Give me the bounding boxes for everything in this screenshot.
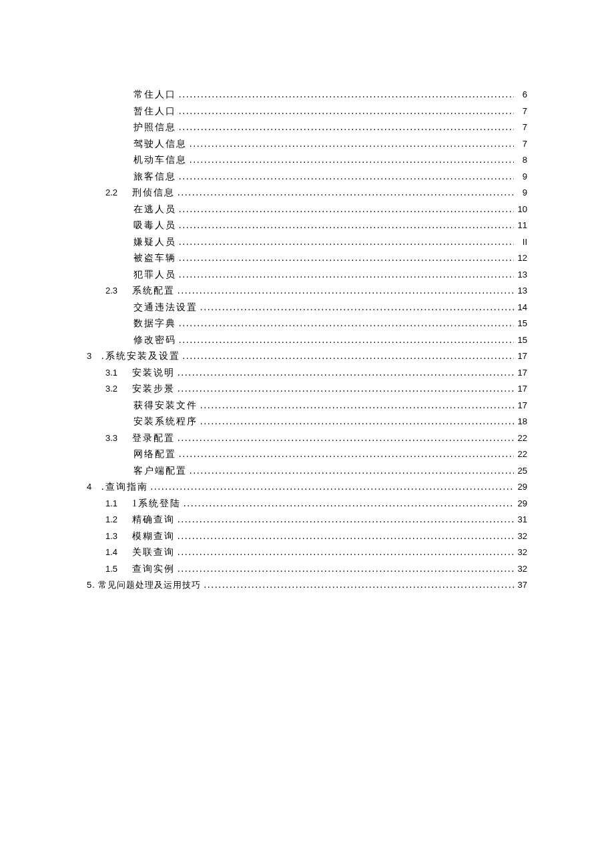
toc-title: 客户端配置 [133,463,187,480]
toc-title: 机动车信息 [133,152,187,169]
toc-entry: 2.3系统配置13 [87,283,527,300]
toc-entry: 1.3模糊查询32 [87,528,527,545]
toc-title: 获得安装文件 [133,398,198,414]
toc-leader [175,430,514,447]
toc-entry: 交通违法设置14 [87,300,527,316]
toc-entry: 数据字典15 [87,316,527,332]
toc-leader [175,365,514,382]
toc-title: 修改密码 [133,332,176,349]
toc-title: 数据字典 [133,316,176,332]
toc-title: 暂住人口 [133,103,176,120]
toc-leader [176,316,514,332]
toc-number: 3.3 [105,430,132,447]
toc-number: 4 [87,479,101,496]
toc-entry: 在逃人员10 [87,201,527,218]
toc-leader [176,119,514,136]
toc-page-number: 15 [514,332,527,349]
toc-entry: 犯罪人员13 [87,267,527,284]
toc-number: 3.2 [105,381,132,398]
table-of-contents: 常住人口6暂住人口7护照信息7驾驶人信息7机动车信息8旅客信息92.2刑侦信息9… [87,87,527,594]
toc-leader [176,103,514,120]
toc-page-number: 8 [514,152,527,169]
toc-entry: 嫌疑人员II [87,234,527,251]
toc-leader [176,87,514,103]
toc-page-number: 10 [514,201,527,218]
toc-entry: 安装系统程序18 [87,414,527,430]
toc-number: 1.2 [105,512,132,528]
toc-leader [176,169,514,185]
toc-leader [176,332,514,349]
toc-leader [176,250,514,267]
toc-leader [176,218,514,234]
toc-title: 护照信息 [133,119,176,136]
toc-leader [176,446,514,463]
toc-page-number: 22 [514,430,527,447]
toc-entry: 被盗车辆12 [87,250,527,267]
toc-leader [201,577,514,594]
toc-page-number: 17 [514,398,527,414]
toc-page-number: 32 [514,561,527,578]
toc-page-number: 14 [514,300,527,316]
toc-leader [175,561,514,578]
toc-title: 登录配置 [132,430,175,447]
toc-page-number: 17 [514,365,527,382]
toc-number: 1.4 [105,544,132,561]
toc-entry: 3.3登录配置22 [87,430,527,447]
toc-page-number: 7 [514,119,527,136]
toc-entry: 网络配置22 [87,446,527,463]
toc-title: 精确查询 [132,512,175,528]
toc-title: 系统配置 [132,283,175,300]
toc-page-number: 32 [514,528,527,545]
toc-title: 网络配置 [133,446,176,463]
toc-title: 交通违法设置 [133,300,198,316]
toc-page-number: 9 [514,185,527,201]
toc-title: .查询指南 [101,479,148,496]
toc-entry: 旅客信息9 [87,169,527,185]
toc-page-number: 7 [514,103,527,120]
toc-leader [181,496,514,512]
toc-number: 1.1 [105,496,132,512]
toc-title: .系统安装及设置 [101,348,180,365]
toc-title: 安装步景 [132,381,175,398]
toc-entry: 4.查询指南29 [87,479,527,496]
toc-page-number: 13 [514,283,527,300]
toc-title: 被盗车辆 [133,250,176,267]
toc-entry: 常住人口6 [87,87,527,103]
toc-leader [198,398,514,414]
toc-leader [176,201,514,218]
toc-page-number: 18 [514,414,527,430]
toc-entry: 1.5查询实例32 [87,561,527,578]
toc-leader [175,381,514,398]
toc-entry: 修改密码15 [87,332,527,349]
toc-leader [175,528,514,545]
toc-leader [148,479,515,496]
toc-page-number: 6 [514,87,527,103]
toc-entry: 1.11系统登陆29 [87,496,527,512]
toc-number: 2.2 [105,185,132,201]
toc-number: 1.5 [105,561,132,578]
toc-leader [175,544,514,561]
toc-page-number: 11 [514,218,527,234]
toc-number: 3 [87,348,101,365]
toc-title: 安装说明 [132,365,175,382]
toc-title: 旅客信息 [133,169,176,185]
toc-page-number: 12 [514,250,527,267]
toc-number: 3.1 [105,365,132,382]
toc-entry: 5. 常见问题处理及运用技巧37 [87,577,527,594]
toc-number: 1.3 [105,528,132,545]
toc-title: 关联查询 [132,544,175,561]
toc-title: 常住人口 [133,87,176,103]
toc-title: 嫌疑人员 [133,234,176,251]
toc-title: 5. 常见问题处理及运用技巧 [87,577,201,594]
toc-page-number: 17 [514,348,527,365]
toc-page-number: 15 [514,316,527,332]
toc-leader [175,283,514,300]
toc-title: 模糊查询 [132,528,175,545]
toc-entry: 1.2精确查询31 [87,512,527,528]
toc-entry: 3.2安装步景17 [87,381,527,398]
toc-title: 1系统登陆 [132,496,181,512]
toc-title: 查询实例 [132,561,175,578]
toc-leader [176,234,514,251]
toc-leader [175,185,514,201]
toc-entry: 机动车信息8 [87,152,527,169]
